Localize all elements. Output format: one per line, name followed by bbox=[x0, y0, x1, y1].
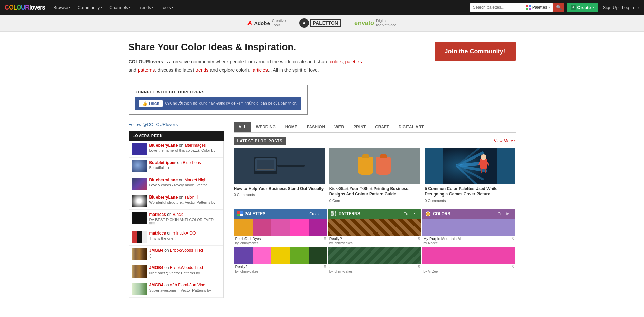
sponsor-envato[interactable]: envato DigitalMarketplace bbox=[354, 19, 397, 27]
nav-channels[interactable]: Channels▾ bbox=[106, 0, 134, 15]
trends-link[interactable]: trends bbox=[195, 67, 208, 73]
peek-user-link[interactable]: Bubbletripper bbox=[149, 160, 176, 165]
sponsor-paletton[interactable]: ● PALETTON bbox=[299, 18, 341, 28]
svg-point-33 bbox=[427, 213, 429, 215]
palettes-icon bbox=[237, 211, 243, 216]
peek-comment: :) bbox=[149, 254, 203, 258]
peek-user-link[interactable]: JMGB4 bbox=[149, 283, 163, 287]
blog-post-image-1[interactable] bbox=[234, 148, 325, 184]
connect-section: CONNECT WITH COLOURLOVERS 👍 Thích 69K ng… bbox=[118, 85, 526, 115]
palette-colors-2[interactable] bbox=[234, 247, 327, 264]
hero-section: Share Your Color Ideas & Inspiration. CO… bbox=[118, 42, 526, 74]
svg-rect-27 bbox=[333, 213, 334, 215]
join-community-button[interactable]: Join the Community! bbox=[435, 42, 516, 61]
peek-user-link[interactable]: BlueberryLane bbox=[149, 143, 178, 148]
palette-count-1: 0 bbox=[324, 237, 326, 241]
svg-point-14 bbox=[481, 154, 486, 160]
tab-craft[interactable]: CRAFT bbox=[370, 122, 394, 132]
logo[interactable]: COLOURlovers bbox=[5, 4, 45, 11]
nav-community[interactable]: Community▾ bbox=[74, 0, 106, 15]
svg-rect-30 bbox=[333, 215, 334, 216]
pattern-name-1[interactable]: Really? bbox=[329, 237, 342, 241]
peek-item: JMGB4 on BrookWoods Tiled :) bbox=[129, 246, 223, 263]
peek-target-link[interactable]: BrookWoods Tiled bbox=[170, 265, 203, 270]
patterns-title: PATTERNS bbox=[331, 211, 360, 216]
palette-by-1: by johnnycakes bbox=[234, 241, 327, 245]
peek-user-link[interactable]: matriccs bbox=[149, 231, 166, 236]
tab-fashion[interactable]: FASHION bbox=[302, 122, 330, 132]
blog-post-title-2[interactable]: Kick-Start Your T-Shirt Printing Busines… bbox=[329, 186, 420, 198]
log-in-link[interactable]: Log In bbox=[622, 5, 634, 10]
palettes-link[interactable]: palettes bbox=[345, 59, 362, 64]
pattern-count-2: 0 bbox=[418, 265, 420, 269]
color-name-2[interactable]: ... bbox=[423, 265, 426, 269]
svg-rect-3 bbox=[529, 8, 531, 10]
search-input[interactable] bbox=[473, 5, 520, 10]
colors-title: COLORS bbox=[425, 211, 450, 216]
colors-section: COLORS Create + My Purple Mountain M 0 b… bbox=[422, 209, 515, 273]
nav-browse[interactable]: Browse▾ bbox=[50, 0, 74, 15]
blog-post-title-1[interactable]: How to Help Your Business Stand Out Visu… bbox=[234, 186, 325, 192]
peek-target-link[interactable]: afterimages bbox=[185, 143, 206, 148]
peek-target-link[interactable]: Black bbox=[173, 212, 183, 217]
peek-target-link[interactable]: minutixAICO bbox=[173, 231, 196, 236]
nav-trends[interactable]: Trends▾ bbox=[134, 0, 157, 15]
peek-target-link[interactable]: Blue Lens bbox=[183, 160, 201, 165]
palette-name-2[interactable]: Really? bbox=[235, 265, 248, 269]
color-thumb-2[interactable] bbox=[422, 247, 515, 264]
articles-link[interactable]: articles bbox=[253, 67, 268, 73]
pattern-name-2[interactable]: ... bbox=[329, 265, 332, 269]
palette-icon bbox=[526, 5, 531, 10]
peek-thumbnail bbox=[132, 195, 147, 207]
palettes-dropdown-btn[interactable]: Palettes ▾ bbox=[523, 3, 553, 12]
tab-all[interactable]: ALL bbox=[234, 122, 251, 132]
tab-wedding[interactable]: WEDDING bbox=[251, 122, 280, 132]
peek-user-link[interactable]: matriccs bbox=[149, 212, 166, 217]
create-button[interactable]: + Create ▾ bbox=[567, 3, 598, 12]
color-name-1[interactable]: My Purple Mountain M bbox=[423, 237, 461, 241]
sponsor-adobe[interactable]: A Adobe CreativeTools bbox=[247, 19, 286, 27]
peek-target-link[interactable]: BrookWoods Tiled bbox=[170, 248, 203, 253]
tab-print[interactable]: PRINT bbox=[349, 122, 370, 132]
pattern-thumb-1[interactable] bbox=[328, 219, 421, 236]
peek-item: BlueberryLane on afterimages Love the na… bbox=[129, 141, 223, 158]
pattern-thumb-2[interactable] bbox=[328, 247, 421, 264]
patterns-create-link[interactable]: Create + bbox=[404, 212, 418, 216]
main-nav: COLOURlovers Browse▾ Community▾ Channels… bbox=[0, 0, 644, 15]
peek-user-link[interactable]: BlueberryLane bbox=[149, 195, 178, 200]
peek-user-link[interactable]: JMGB4 bbox=[149, 248, 163, 253]
palette-colors-1[interactable] bbox=[234, 219, 327, 236]
tab-digital-art[interactable]: DIGITAL ART bbox=[394, 122, 428, 132]
color-thumb-1[interactable] bbox=[422, 219, 515, 236]
colors-link[interactable]: colors bbox=[330, 59, 342, 64]
tab-web[interactable]: WEB bbox=[330, 122, 349, 132]
peek-user-link[interactable]: BlueberryLane bbox=[149, 178, 178, 182]
peek-target-link[interactable]: o2b Floral-Jan Vine bbox=[170, 283, 205, 287]
search-button[interactable]: 🔍 bbox=[553, 3, 564, 12]
sign-up-link[interactable]: Sign Up bbox=[603, 5, 619, 10]
blog-post-image-2[interactable] bbox=[329, 148, 420, 184]
colors-icon bbox=[425, 211, 431, 216]
colors-create-link[interactable]: Create + bbox=[498, 212, 512, 216]
pattern-by-1: by johnnycakes bbox=[328, 241, 421, 245]
nav-tools[interactable]: Tools▾ bbox=[157, 0, 177, 15]
palette-name-1[interactable]: PetrieDishDyes bbox=[235, 237, 261, 241]
patterns-link[interactable]: patterns bbox=[138, 67, 155, 73]
svg-rect-25 bbox=[335, 211, 336, 213]
palettes-title: PALETTES bbox=[237, 211, 266, 216]
peek-target-link[interactable]: Market Night bbox=[185, 178, 208, 182]
peek-item: JMGB4 on BrookWoods Tiled Nice one! :) V… bbox=[129, 263, 223, 280]
peek-user-link[interactable]: JMGB4 bbox=[149, 265, 163, 270]
svg-rect-29 bbox=[331, 215, 333, 216]
view-more-link[interactable]: View More › bbox=[494, 138, 516, 143]
peek-item: BlueberryLane on salon II Wonderful stru… bbox=[129, 192, 223, 210]
peek-target-link[interactable]: salon II bbox=[185, 195, 198, 200]
fb-like-button[interactable]: 👍 Thích bbox=[139, 100, 163, 107]
blog-post-title-3[interactable]: 5 Common Color Palettes Used While Desig… bbox=[425, 186, 515, 198]
blog-post-image-3[interactable] bbox=[425, 148, 515, 184]
palettes-create-link[interactable]: Create + bbox=[309, 212, 324, 216]
peek-list: BlueberryLane on afterimages Love the na… bbox=[129, 141, 224, 298]
tab-home[interactable]: HOME bbox=[280, 122, 302, 132]
follow-link[interactable]: Follow @COLOURlovers bbox=[129, 122, 224, 127]
svg-line-18 bbox=[485, 169, 486, 173]
